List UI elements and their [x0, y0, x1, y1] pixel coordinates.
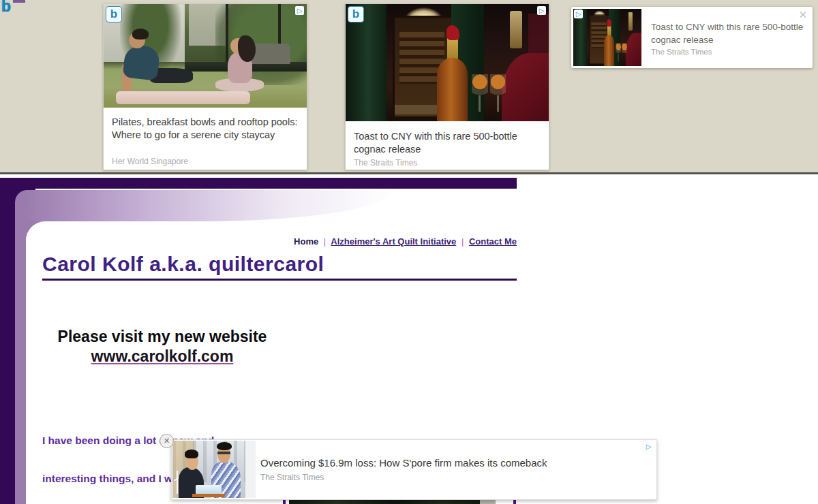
ad-source: The Straits Times: [260, 473, 324, 482]
ad-card-cognac-small[interactable]: ▷ Toast to CNY with this rare 500-bottle…: [571, 7, 813, 68]
screen: b: [0, 0, 818, 504]
nav-separator: |: [321, 236, 329, 247]
site-gradient-band: [26, 190, 394, 221]
ad-card-cognac[interactable]: b ▷ Toast to CNY with this rare 500-bott…: [345, 3, 549, 170]
ad-headline[interactable]: Overcoming $16.9m loss: How S'pore firm …: [260, 457, 547, 469]
ad-card-pilates[interactable]: b ▷ Pilates, breakfast bowls and rooftop…: [103, 3, 307, 170]
below-fold-gray-block: [480, 499, 496, 504]
ad-title[interactable]: Toast to CNY with this rare 500-bottle c…: [354, 130, 542, 156]
greeting-paragraph: Hello, my name is C want to welcome yo: [42, 472, 152, 504]
ad-title[interactable]: Toast to CNY with this rare 500-bottle c…: [651, 20, 806, 46]
below-fold-border: [513, 499, 516, 504]
adchoices-icon[interactable]: ▷: [295, 6, 304, 15]
ad-title[interactable]: Pilates, breakfast bowls and rooftop poo…: [112, 116, 300, 142]
title-divider: [42, 279, 517, 281]
nav-link-contact[interactable]: Contact Me: [469, 236, 517, 247]
close-icon[interactable]: ✕: [798, 10, 807, 20]
bottom-ad-image[interactable]: [172, 441, 256, 498]
close-icon[interactable]: ✕: [160, 434, 174, 448]
ad-source: The Straits Times: [651, 48, 712, 56]
adchoices-icon[interactable]: ▷: [537, 6, 546, 15]
site-header-bar: [0, 178, 517, 189]
bing-badge-icon: b: [348, 6, 364, 22]
cognac-ad-image[interactable]: [346, 4, 549, 121]
below-fold-border: [283, 499, 286, 504]
nav-link-quilt-initiative[interactable]: Alzheimer's Art Quilt Initiative: [331, 236, 456, 247]
bing-badge-icon: b: [106, 6, 122, 22]
cognac-ad-thumbnail[interactable]: [573, 9, 641, 66]
site-navigation: Home | Alzheimer's Art Quilt Initiative …: [191, 236, 517, 247]
top-ad-strip: b: [0, 0, 818, 174]
adchoices-icon[interactable]: ▷: [644, 442, 653, 451]
carolkolf-link[interactable]: www.carolkolf.com: [91, 347, 234, 366]
visit-announcement: Please visit my new website www.carolkol…: [42, 327, 282, 366]
nav-separator: |: [459, 236, 466, 247]
ad-source: Her World Singapore: [112, 157, 188, 166]
site-left-border: [0, 189, 15, 504]
nav-item-home[interactable]: Home: [294, 236, 318, 247]
page-title: Carol Kolf a.k.a. quiltercarol: [42, 253, 324, 276]
below-fold-image-strip: [289, 499, 480, 504]
ad-source: The Straits Times: [354, 158, 417, 168]
bing-logo-icon: b: [1, 0, 11, 16]
adchoices-icon[interactable]: ▷: [574, 10, 583, 18]
page-edge-sliver: [13, 0, 25, 3]
visit-text: Please visit my new website: [42, 327, 282, 346]
bottom-overlay-ad[interactable]: ✕ Overcoming $16.9m loss: How S'pore fir…: [171, 439, 657, 500]
pilates-ad-image[interactable]: [104, 4, 307, 108]
